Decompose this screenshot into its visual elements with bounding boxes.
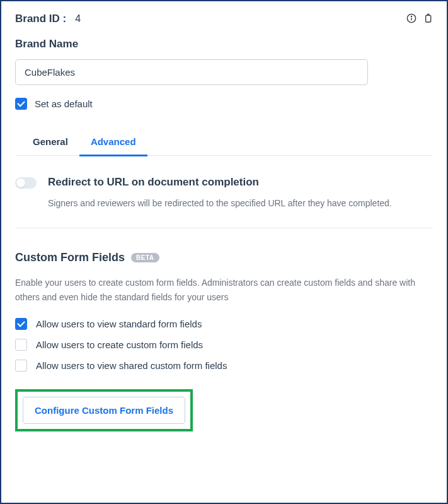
brand-id-label: Brand ID :	[15, 13, 66, 25]
option-view-shared: Allow users to view shared custom form f…	[15, 360, 433, 372]
option-create-custom: Allow users to create custom form fields	[15, 339, 433, 351]
option-view-standard: Allow users to view standard form fields	[15, 318, 433, 330]
option-view-standard-checkbox[interactable]	[15, 318, 27, 330]
redirect-title: Redirect to URL on document completion	[48, 176, 433, 189]
svg-rect-3	[426, 15, 431, 22]
custom-fields-options: Allow users to view standard form fields…	[15, 318, 433, 372]
brand-name-input[interactable]	[15, 59, 368, 85]
custom-fields-desc: Enable your users to create custom form …	[15, 276, 433, 304]
header-icons	[406, 13, 433, 25]
option-create-custom-label: Allow users to create custom form fields	[36, 339, 203, 350]
redirect-content: Redirect to URL on document completion S…	[48, 176, 433, 210]
set-default-label: Set as default	[35, 98, 93, 109]
clipboard-icon[interactable]	[423, 13, 433, 25]
custom-fields-section: Custom Form Fields BETA Enable your user…	[15, 251, 433, 431]
tabs: General Advanced	[15, 130, 433, 156]
beta-badge: BETA	[131, 253, 159, 262]
set-default-checkbox[interactable]	[15, 98, 27, 110]
redirect-toggle[interactable]	[15, 177, 37, 189]
tab-advanced[interactable]: Advanced	[79, 130, 147, 156]
info-icon[interactable]	[406, 13, 416, 25]
custom-fields-title: Custom Form Fields	[15, 251, 125, 264]
brand-name-label: Brand Name	[15, 38, 433, 50]
set-default-row: Set as default	[15, 98, 433, 110]
redirect-section: Redirect to URL on document completion S…	[15, 156, 433, 228]
tab-general[interactable]: General	[21, 130, 79, 156]
header-row: Brand ID : 4	[15, 13, 433, 25]
option-view-standard-label: Allow users to view standard form fields	[36, 319, 202, 329]
svg-point-2	[411, 16, 411, 16]
option-view-shared-checkbox[interactable]	[15, 360, 27, 372]
option-view-shared-label: Allow users to view shared custom form f…	[36, 360, 227, 371]
custom-fields-header: Custom Form Fields BETA	[15, 251, 433, 264]
brand-id-value: 4	[75, 13, 81, 25]
redirect-desc: Signers and reviewers will be redirected…	[48, 196, 433, 210]
configure-highlight: Configure Custom Form Fields	[15, 389, 193, 431]
option-create-custom-checkbox[interactable]	[15, 339, 27, 351]
brand-settings-panel: Brand ID : 4 Brand Name Set as default G…	[0, 0, 448, 504]
brand-id-group: Brand ID : 4	[15, 13, 81, 25]
configure-custom-fields-button[interactable]: Configure Custom Form Fields	[23, 397, 185, 424]
